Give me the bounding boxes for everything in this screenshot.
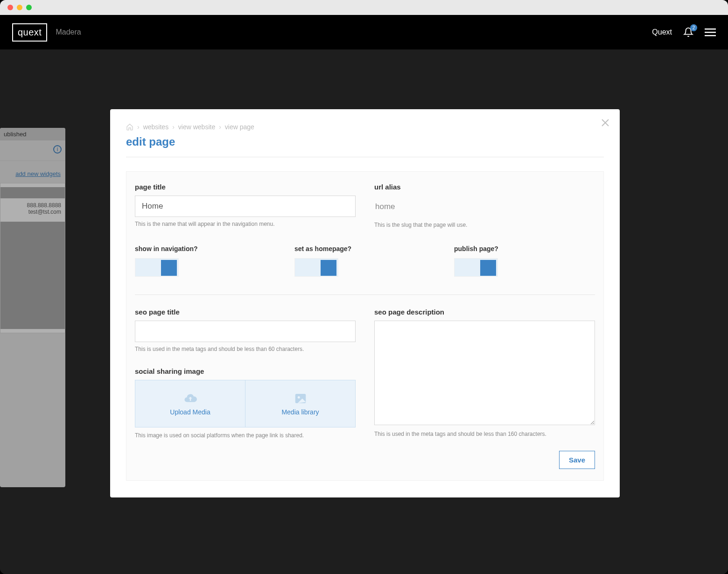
upload-media-label: Upload Media: [170, 408, 210, 416]
svg-point-6: [297, 396, 300, 399]
seo-title-help: This is used in the meta tags and should…: [135, 346, 356, 352]
close-button[interactable]: [601, 119, 609, 127]
url-alias-help: This is the slug that the page will use.: [374, 222, 595, 228]
seo-desc-help: This is used in the meta tags and should…: [374, 431, 595, 437]
url-alias-value: home: [374, 196, 595, 218]
hamburger-icon[interactable]: [705, 28, 716, 37]
seo-desc-label: seo page description: [374, 308, 595, 316]
chevron-right-icon: ›: [219, 123, 221, 131]
breadcrumb-item[interactable]: view page: [225, 123, 254, 131]
url-alias-label: url alias: [374, 183, 595, 191]
tenant-name: Madera: [56, 28, 81, 36]
chevron-right-icon: ›: [137, 123, 140, 131]
notification-badge: 2: [690, 24, 697, 31]
page-title-label: page title: [135, 183, 356, 191]
logo-text: quext: [18, 27, 42, 37]
breadcrumb-item[interactable]: view website: [178, 123, 215, 131]
show-nav-toggle[interactable]: [135, 258, 179, 277]
set-home-label: set as homepage?: [294, 245, 435, 252]
publish-toggle[interactable]: [454, 258, 498, 277]
social-help: This image is used on social platforms w…: [135, 432, 356, 439]
upload-icon: [181, 392, 200, 406]
seo-desc-textarea[interactable]: [374, 321, 595, 425]
divider: [135, 294, 595, 295]
set-home-toggle[interactable]: [294, 258, 338, 277]
svg-rect-0: [705, 28, 716, 30]
breadcrumb-item[interactable]: websites: [143, 123, 168, 131]
close-icon: [601, 119, 609, 127]
social-label: social sharing image: [135, 367, 356, 375]
save-button[interactable]: Save: [559, 451, 595, 469]
window-maximize-icon[interactable]: [26, 5, 32, 10]
window-close-icon[interactable]: [7, 5, 13, 10]
seo-title-input[interactable]: [135, 321, 356, 342]
upload-media-button[interactable]: Upload Media: [135, 380, 245, 427]
show-nav-label: show in navigation?: [135, 245, 276, 252]
modal-title: edit page: [126, 135, 604, 148]
edit-page-modal: › websites › view website › view page ed…: [110, 109, 620, 497]
page-title-input[interactable]: [135, 196, 356, 217]
media-library-label: Media library: [281, 408, 319, 416]
window-titlebar: [0, 0, 728, 15]
user-label[interactable]: Quext: [652, 28, 672, 36]
app-topbar: quext Madera Quext 2: [0, 15, 728, 49]
logo[interactable]: quext: [12, 23, 47, 42]
breadcrumb: › websites › view website › view page: [126, 123, 604, 131]
media-library-button[interactable]: Media library: [245, 380, 355, 427]
chevron-right-icon: ›: [172, 123, 175, 131]
window-minimize-icon[interactable]: [17, 5, 22, 10]
social-image-upload: Upload Media Media library: [135, 380, 356, 427]
divider: [126, 157, 604, 157]
notifications-button[interactable]: 2: [683, 27, 693, 37]
home-icon[interactable]: [126, 123, 133, 131]
image-icon: [291, 392, 310, 406]
svg-rect-1: [705, 32, 716, 33]
svg-rect-2: [705, 35, 716, 36]
page-title-help: This is the name that will appear in the…: [135, 221, 356, 227]
publish-label: publish page?: [454, 245, 595, 252]
seo-title-label: seo page title: [135, 308, 356, 316]
